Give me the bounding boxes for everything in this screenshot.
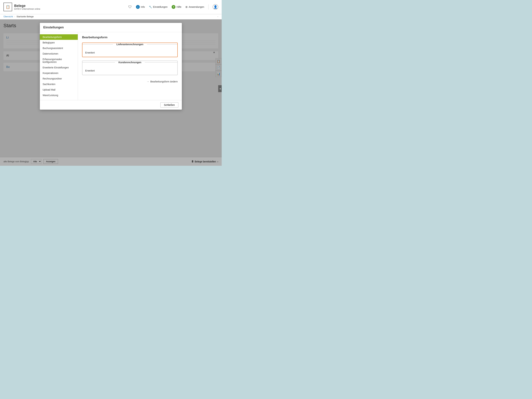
sidebar-item-sachkonten[interactable]: Sachkonten — [40, 81, 78, 87]
modal-header: Einstellungen — [40, 23, 182, 32]
breadcrumb: Übersicht › Startseite Belege › — [0, 14, 222, 19]
sidebar-item-erfassungsmaske[interactable]: Erfassungsmaske konfigurieren — [40, 57, 78, 65]
help-nav-item[interactable]: ? Hilfe — [172, 5, 181, 9]
apps-label: Anwendungen — [189, 6, 204, 8]
apps-icon: ⊞ — [185, 6, 188, 8]
sidebar-item-ware-leistung[interactable]: Ware/Leistung — [40, 93, 78, 98]
sidebar-item-upload-mail[interactable]: Upload Mail — [40, 87, 78, 93]
main-content: Starts Li Al Be ▲ ◀ 📋 📄 📊 Einstellu — [0, 19, 222, 166]
settings-modal: Einstellungen Bearbeitungsform Belegtype… — [40, 23, 182, 110]
change-bearbeitungsform-link[interactable]: → Bearbeitungsform ändern — [82, 79, 178, 84]
modal-body: Bearbeitungsform Belegtypen Buchungsassi… — [40, 32, 182, 100]
modal-main-content: Bearbeitungsform Lieferantenrechnungen E… — [78, 32, 182, 100]
sidebar-item-bearbeitungsform[interactable]: Bearbeitungsform — [40, 34, 78, 40]
shield-icon: 🛡 — [128, 5, 132, 9]
modal-footer: Schließen — [40, 100, 182, 110]
help-icon: ? — [172, 5, 175, 9]
settings-nav-item[interactable]: 🔧 Einstellungen — [149, 6, 167, 8]
sidebar-item-buchungsassistent[interactable]: Buchungsassistent — [40, 45, 78, 51]
sidebar-item-kooperationen[interactable]: Kooperationen — [40, 70, 78, 76]
info-nav-item[interactable]: i Info — [136, 5, 145, 9]
kundenrechnungen-value: Erweitert — [85, 69, 95, 72]
modal-overlay: Einstellungen Bearbeitungsform Belegtype… — [0, 19, 222, 166]
app-logo-icon: 📋 — [3, 3, 12, 11]
breadcrumb-expand[interactable]: › — [217, 15, 218, 18]
header-divider — [208, 4, 209, 10]
action-link-label: Bearbeitungsform ändern — [150, 80, 178, 83]
app-subtitle: DATEV Unternehmen online — [14, 8, 40, 10]
info-label: Info — [141, 6, 145, 8]
kundenrechnungen-title: Kundenrechnungen — [116, 61, 143, 64]
content-title: Bearbeitungsform — [82, 36, 178, 39]
arrow-right-icon: → — [146, 80, 149, 83]
help-label: Hilfe — [177, 6, 181, 8]
modal-title: Einstellungen — [43, 26, 178, 29]
kundenrechnungen-card: Kundenrechnungen Erweitert — [82, 61, 178, 75]
sidebar-item-rechnungsordner[interactable]: Rechnungsordner — [40, 76, 78, 81]
settings-label: Einstellungen — [153, 6, 167, 8]
app-title: Belege — [14, 4, 40, 8]
lieferantenrechnungen-card: Lieferantenrechnungen Erweitert — [82, 43, 178, 57]
app-header: 📋 Belege DATEV Unternehmen online 🛡 i In… — [0, 0, 222, 14]
sidebar-item-datenvolumen[interactable]: Datenvolumen — [40, 51, 78, 57]
lieferantenrechnungen-value: Erweitert — [85, 51, 95, 54]
info-icon: i — [136, 5, 140, 9]
apps-nav-item[interactable]: ⊞ Anwendungen — [185, 6, 204, 8]
user-avatar[interactable]: 👤 — [213, 4, 218, 10]
breadcrumb-overview[interactable]: Übersicht — [3, 15, 13, 18]
breadcrumb-current: Startseite Belege — [16, 15, 34, 18]
modal-sidebar: Bearbeitungsform Belegtypen Buchungsassi… — [40, 32, 78, 100]
close-button[interactable]: Schließen — [160, 102, 178, 108]
lieferantenrechnungen-title: Lieferantenrechnungen — [114, 43, 146, 46]
breadcrumb-separator: › — [14, 15, 15, 18]
sidebar-item-belegtypen[interactable]: Belegtypen — [40, 40, 78, 45]
header-navigation: 🛡 i Info 🔧 Einstellungen ? Hilfe ⊞ Anwen… — [128, 4, 218, 10]
sidebar-item-erweiterte-einstellungen[interactable]: Erweiterte Einstellungen — [40, 65, 78, 70]
wrench-icon: 🔧 — [149, 6, 152, 8]
app-logo: 📋 Belege DATEV Unternehmen online — [3, 3, 40, 11]
